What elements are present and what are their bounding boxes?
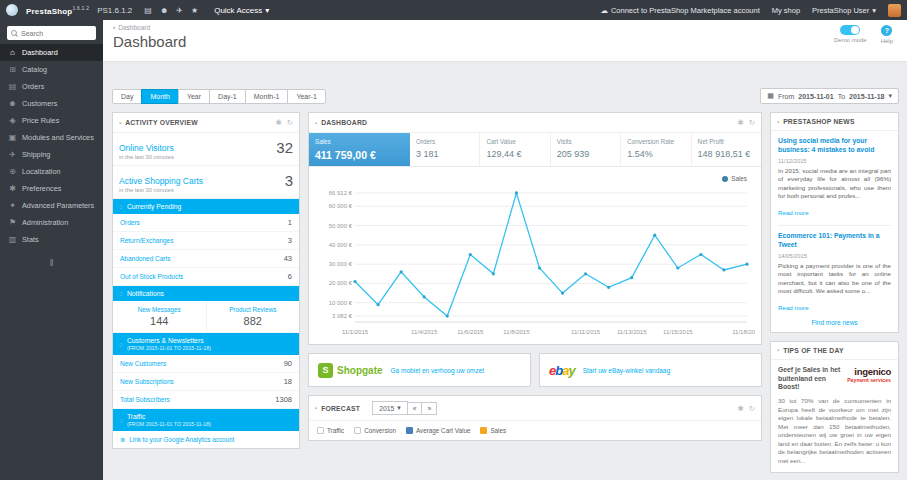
date-range-picker[interactable]: ▦ From 2015-11-01 To 2015-11-18 ▾ — [760, 88, 899, 104]
ingenico-subtitle: Payment services — [847, 377, 891, 383]
sidebar-item-customers[interactable]: ☻ Customers — [0, 95, 103, 112]
my-shop-link[interactable]: My shop — [772, 6, 800, 15]
ebay-link[interactable]: Start uw eBay-winkel vandaag — [583, 367, 670, 374]
ingenico-logo[interactable]: ingenico Payment services — [847, 366, 891, 383]
sidebar-item-stats[interactable]: ▥ Stats — [0, 231, 103, 248]
abandoned-carts-link[interactable]: Abandoned Carts — [120, 255, 171, 262]
new-customers-link[interactable]: New Customers — [120, 360, 166, 367]
bell-icon: ◌ — [119, 290, 123, 297]
article-title-link[interactable]: Using social media for your business: 4 … — [778, 137, 891, 155]
gear-icon[interactable]: ✱ — [737, 404, 743, 413]
sidebar-search[interactable] — [7, 26, 96, 40]
user-menu[interactable]: PrestaShop User ▾ — [812, 6, 876, 15]
gear-icon[interactable]: ✱ — [737, 118, 743, 127]
demo-mode-toggle[interactable] — [840, 25, 860, 35]
sidebar-item-localization[interactable]: ⊕ Localization — [0, 163, 103, 180]
help-button[interactable]: ? — [881, 25, 892, 36]
quick-access-menu[interactable]: Quick Access ▾ — [214, 6, 269, 15]
forecast-legend-label: Traffic — [327, 427, 344, 434]
active-carts-value: 3 — [285, 172, 293, 189]
kpi-orders[interactable]: Orders 3 181 — [410, 133, 480, 166]
svg-text:11/11/2015: 11/11/2015 — [571, 329, 601, 335]
forecast-legend-traffic[interactable]: Traffic — [317, 427, 344, 434]
trophy-icon[interactable]: ★ — [191, 6, 198, 15]
sidebar-item-dashboard[interactable]: ⌂ Dashboard — [0, 44, 103, 61]
gear-icon[interactable]: ✱ — [275, 118, 281, 127]
news-article: Using social media for your business: 4 … — [778, 137, 891, 219]
sidebar-collapse-button[interactable]: ‖ — [0, 258, 103, 268]
product-reviews-cell[interactable]: Product Reviews 882 — [206, 301, 300, 332]
pending-returns-link[interactable]: Return/Exchanges — [120, 237, 173, 244]
sidebar-item-shipping[interactable]: ✈ Shipping — [0, 146, 103, 163]
sidebar-item-advanced-parameters[interactable]: ✦ Advanced Parameters — [0, 197, 103, 214]
help-control: ? Help — [881, 25, 893, 44]
filter-month-button[interactable]: Month — [141, 89, 178, 104]
article-title-link[interactable]: Ecommerce 101: Payments in a Tweet — [778, 232, 891, 250]
sidebar-item-price-rules[interactable]: ◈ Price Rules — [0, 112, 103, 129]
filter-month-1-button[interactable]: Month-1 — [245, 89, 289, 104]
read-more-link[interactable]: Read more — [778, 304, 809, 311]
total-subscribers-value: 1308 — [275, 395, 292, 404]
svg-text:11/6/2015: 11/6/2015 — [457, 329, 484, 335]
kpi-visits[interactable]: Visits 205 939 — [551, 133, 621, 166]
kpi-net-profit[interactable]: Net Profit 148 918,51 € — [692, 133, 761, 166]
sidebar-item-catalog[interactable]: ⊞ Catalog — [0, 61, 103, 78]
filter-day-1-button[interactable]: Day-1 — [209, 89, 246, 104]
sidebar-item-preferences[interactable]: ✱ Preferences — [0, 180, 103, 197]
date-from-value: 2015-11-01 — [798, 93, 833, 100]
refresh-icon[interactable]: ↻ — [287, 118, 293, 127]
sidebar-item-administration[interactable]: ⚑ Administration — [0, 214, 103, 231]
refresh-icon[interactable]: ↻ — [749, 118, 755, 127]
notifications-header: ◌ Notifications — [113, 286, 299, 301]
forecast-panel-icon: ▪ — [315, 405, 317, 411]
kpi-label: Orders — [416, 138, 473, 145]
filter-year-button[interactable]: Year — [178, 89, 210, 104]
filter-day-button[interactable]: Day — [112, 89, 142, 104]
kpi-label: Sales — [315, 138, 404, 145]
google-analytics-link[interactable]: ⊕ Link to your Google Analytics account — [113, 431, 299, 448]
read-more-link[interactable]: Read more — [778, 209, 809, 216]
orders-icon: ▤ — [8, 82, 17, 91]
forecast-year-value: 2015 — [379, 405, 394, 412]
forecast-legend-sales[interactable]: Sales — [480, 427, 506, 434]
help-label: Help — [881, 38, 893, 44]
out-of-stock-value: 6 — [288, 272, 292, 281]
messages-icon[interactable]: ✈ — [176, 6, 183, 15]
shopgate-link[interactable]: Ga mobiel en verhoog uw omzet — [391, 367, 485, 374]
kpi-conversion-rate[interactable]: Conversion Rate 1.54% — [621, 133, 691, 166]
pending-orders-link[interactable]: Orders — [120, 219, 140, 226]
breadcrumb[interactable]: ▪ Dashboard — [113, 24, 897, 31]
customers-icon[interactable]: ☻ — [160, 6, 168, 15]
sidebar-item-modules[interactable]: ▣ Modules and Services — [0, 129, 103, 146]
filter-year-1-button[interactable]: Year-1 — [287, 89, 325, 104]
forecast-next-button[interactable]: » — [421, 402, 437, 415]
online-visitors-link[interactable]: Online Visitors — [119, 143, 174, 153]
advanced-parameters-icon: ✦ — [8, 201, 17, 210]
kpi-sales[interactable]: Sales 411 759,00 € — [309, 133, 410, 166]
refresh-icon[interactable]: ↻ — [749, 404, 755, 413]
sidebar-item-orders[interactable]: ▤ Orders — [0, 78, 103, 95]
dashboard-panel-title: DASHBOARD — [321, 119, 367, 126]
date-filter-row: Day Month Year Day-1 Month-1 Year-1 ▦ Fr… — [112, 88, 899, 104]
find-more-news-link[interactable]: Find more news — [778, 319, 891, 326]
out-of-stock-link[interactable]: Out of Stock Products — [120, 273, 183, 280]
kpi-cart-value[interactable]: Cart Value 129,44 € — [480, 133, 550, 166]
total-subscribers-link[interactable]: Total Subscribers — [120, 396, 170, 403]
new-messages-cell[interactable]: New Messages 144 — [113, 301, 206, 332]
administration-icon: ⚑ — [8, 218, 17, 227]
new-subscriptions-link[interactable]: New Subscriptions — [120, 378, 174, 385]
sidebar-item-label: Modules and Services — [22, 133, 94, 142]
cart-icon[interactable]: ▤ — [144, 6, 152, 15]
pending-row-out-of-stock: Out of Stock Products 6 — [113, 268, 299, 286]
forecast-year-select[interactable]: 2015 ▾ — [372, 401, 408, 415]
marketplace-link[interactable]: ☁ Connect to PrestaShop Marketplace acco… — [600, 6, 759, 15]
forecast-prev-button[interactable]: « — [407, 402, 423, 415]
chart-legend-sales[interactable]: Sales — [722, 175, 747, 182]
active-carts-link[interactable]: Active Shopping Carts — [119, 176, 203, 186]
search-input[interactable] — [21, 30, 92, 37]
forecast-legend-average-cart-value[interactable]: Average Cart Value — [406, 427, 470, 434]
online-visitors-metric: Online Visitors 32 in the last 30 minute… — [113, 133, 299, 166]
avatar[interactable] — [888, 4, 901, 17]
forecast-legend-conversion[interactable]: Conversion — [354, 427, 396, 434]
sidebar-item-label: Preferences — [22, 184, 61, 193]
